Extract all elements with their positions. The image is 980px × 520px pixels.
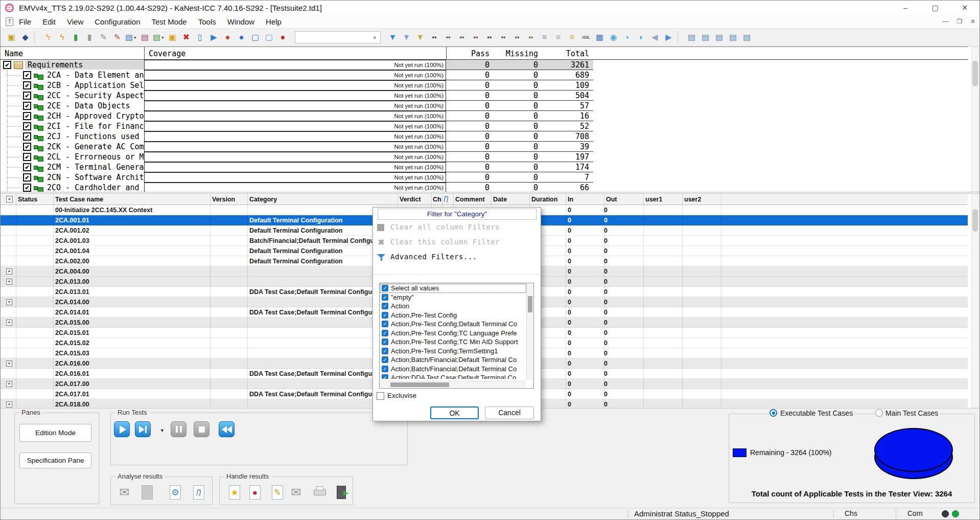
close-button[interactable]: ✕ — [950, 1, 979, 15]
probe-pen-icon[interactable]: ✎ — [97, 31, 110, 44]
export-report-4-icon[interactable]: ▤ — [726, 31, 740, 44]
value-checkbox[interactable]: ✓ — [382, 356, 388, 363]
monitor-alt-icon[interactable]: ▢ — [262, 31, 276, 44]
error-log-icon[interactable]: ● — [221, 31, 235, 44]
filter-value-row[interactable]: ✓"empty" — [380, 293, 526, 302]
find-icon[interactable]: ●● — [427, 31, 441, 44]
menu-view[interactable]: View — [61, 17, 89, 26]
value-checkbox[interactable]: ✓ — [382, 338, 388, 345]
requirement-name[interactable]: 2CH - Approved Crypto... — [44, 111, 160, 121]
requirement-name[interactable]: 2CL - Errorneous or M... — [44, 152, 160, 162]
requirement-row[interactable]: ✔2CI - File for Financ...Not yet run (10… — [1, 121, 968, 131]
list-results-icon[interactable]: ≡ — [538, 31, 551, 44]
requirement-checkbox[interactable]: ✔ — [23, 163, 31, 171]
requirements-scrollbar[interactable] — [971, 47, 979, 192]
edit-report-icon[interactable]: ✎ — [270, 484, 285, 501]
export-report-1-icon[interactable]: ▤ — [685, 31, 698, 44]
requirement-row[interactable]: ✔2CO - Cardholder andNot yet run (100%)0… — [1, 183, 968, 192]
cancel-button[interactable]: Cancel — [485, 406, 534, 419]
requirement-name[interactable]: 2CE - Data Objects — [44, 101, 133, 110]
column-header-ch[interactable]: Ch — [433, 194, 442, 205]
report-doc-icon[interactable] — [139, 484, 155, 501]
column-header-testcase[interactable]: Test Case name — [55, 194, 103, 205]
chevron-down-icon[interactable]: ▼ — [133, 36, 137, 39]
requirement-row[interactable]: ✔2CL - Errorneous or M...Not yet run (10… — [1, 152, 968, 162]
main-test-cases-radio[interactable] — [875, 409, 883, 417]
requirement-row[interactable]: ✔2CK - Generate AC Com...Not yet run (10… — [1, 142, 968, 152]
value-checkbox[interactable]: ✓ — [382, 294, 388, 301]
requirement-row[interactable]: ✔2CH - Approved Crypto...Not yet run (10… — [1, 111, 968, 121]
column-header-verdict[interactable]: Verdict — [400, 194, 421, 205]
value-checkbox[interactable]: ✓ — [382, 303, 388, 309]
requirement-name[interactable]: 2CM - Terminal Genera... — [44, 163, 160, 172]
menu-tools[interactable]: Tools — [193, 17, 222, 26]
expand-row-icon[interactable]: + — [6, 299, 12, 305]
edition-mode-button[interactable]: Edition Mode — [19, 424, 91, 442]
filter-value-row[interactable]: ✓Select all values — [380, 284, 526, 293]
find-all-icon[interactable]: ●● — [496, 31, 510, 44]
requirement-row[interactable]: ✔2CN - Software Archit...Not yet run (10… — [1, 172, 968, 183]
menu-help[interactable]: Help — [260, 17, 287, 26]
scrollbar-thumb[interactable] — [972, 61, 978, 86]
run-to-end-button[interactable] — [135, 421, 151, 437]
toolbar-combobox[interactable]: ▼ — [295, 31, 381, 43]
monitor-icon[interactable]: ▢ — [248, 31, 262, 44]
filter-list-vscrollbar[interactable] — [526, 284, 533, 380]
requirement-checkbox[interactable]: ✔ — [3, 61, 11, 69]
filter-value-row[interactable]: ✓Action — [380, 302, 526, 311]
filter-value-row[interactable]: ✓Action,Pre-Test Config;Default Terminal… — [380, 320, 526, 329]
filter-value-row[interactable]: ✓Action;Batch/Financial;Default Terminal… — [380, 355, 526, 365]
requirement-checkbox[interactable]: ✔ — [23, 92, 31, 100]
requirement-row[interactable]: ✔2CB - Application Sel...Not yet run (10… — [1, 80, 968, 91]
value-checkbox[interactable]: ✓ — [382, 321, 388, 327]
process-results-icon[interactable]: ⚙ — [168, 484, 183, 501]
requirement-row[interactable]: ✔2CM - Terminal Genera...Not yet run (10… — [1, 162, 968, 172]
requirement-checkbox[interactable]: ✔ — [23, 143, 31, 151]
find-prev-icon[interactable]: ●● — [455, 31, 469, 44]
requirement-row[interactable]: ✔RequirementsNot yet run (100%)003261 — [1, 60, 968, 70]
run-options-caret[interactable]: ▼ — [160, 428, 165, 433]
specification-pane-button[interactable]: Specification Pane — [19, 453, 91, 468]
open-workspace-icon[interactable]: ▣ — [5, 31, 18, 44]
find-marked-icon[interactable]: ●● — [524, 31, 538, 44]
requirement-checkbox[interactable]: ✔ — [23, 184, 31, 192]
list-export-icon[interactable]: ≡ — [565, 31, 579, 44]
certify-results-icon[interactable]: ● — [247, 484, 263, 501]
save-workspace-icon[interactable]: ◆ — [18, 31, 32, 44]
value-checkbox[interactable]: ✓ — [382, 285, 388, 291]
expand-row-icon[interactable]: + — [6, 381, 12, 387]
attach-results-ic[interactable] — [191, 484, 206, 501]
filter-value-row[interactable]: ✓Action;Batch/Financial;Default Terminal… — [380, 365, 526, 374]
connect-reader-icon[interactable]: ▮ — [69, 31, 83, 44]
expand-row-icon[interactable]: + — [6, 360, 12, 367]
mdi-close-button[interactable]: ✕ — [970, 18, 975, 25]
nav-forward-icon[interactable]: ▶ — [662, 31, 675, 44]
filter-value-row[interactable]: ✓Action,Pre-Test Config — [380, 311, 526, 320]
water-config-icon[interactable]: ◉ — [606, 31, 620, 44]
column-header-name[interactable]: Name — [5, 49, 23, 58]
requirement-checkbox[interactable]: ✔ — [23, 153, 31, 161]
column-header-duration[interactable]: Duration — [531, 194, 557, 205]
filter-edit-icon[interactable]: ▼ — [400, 31, 413, 44]
requirement-checkbox[interactable]: ✔ — [23, 71, 31, 79]
value-checkbox[interactable]: ✓ — [382, 330, 388, 336]
filter-menu-clear-all-column-filters[interactable]: Clear all column Filters — [373, 222, 541, 233]
maximize-button[interactable]: ▢ — [920, 1, 950, 15]
find-tagged-icon[interactable]: ●● — [510, 31, 524, 44]
new-report-icon[interactable]: ★ — [227, 484, 242, 501]
requirement-name[interactable]: 2CO - Cardholder and — [44, 183, 142, 192]
column-header-out[interactable]: Out — [606, 194, 617, 205]
stop-cherry-icon[interactable]: ● — [276, 31, 290, 44]
requirement-name[interactable]: 2CK - Generate AC Com... — [44, 142, 160, 151]
run-window-icon[interactable]: ▶ — [207, 31, 221, 44]
column-header-status[interactable]: Status — [18, 194, 37, 205]
export-mail-icon[interactable]: ✉ — [116, 484, 132, 501]
rewind-button[interactable] — [219, 421, 235, 437]
value-checkbox[interactable]: ✓ — [382, 312, 388, 319]
stop-button[interactable] — [194, 421, 209, 437]
column-header-missing[interactable]: Missing — [494, 49, 538, 58]
value-checkbox[interactable]: ✓ — [382, 366, 388, 372]
value-checkbox[interactable]: ✓ — [382, 348, 388, 354]
droplet-run-icon[interactable]: ◗ — [634, 31, 648, 44]
scrollbar-thumb[interactable] — [390, 382, 449, 387]
